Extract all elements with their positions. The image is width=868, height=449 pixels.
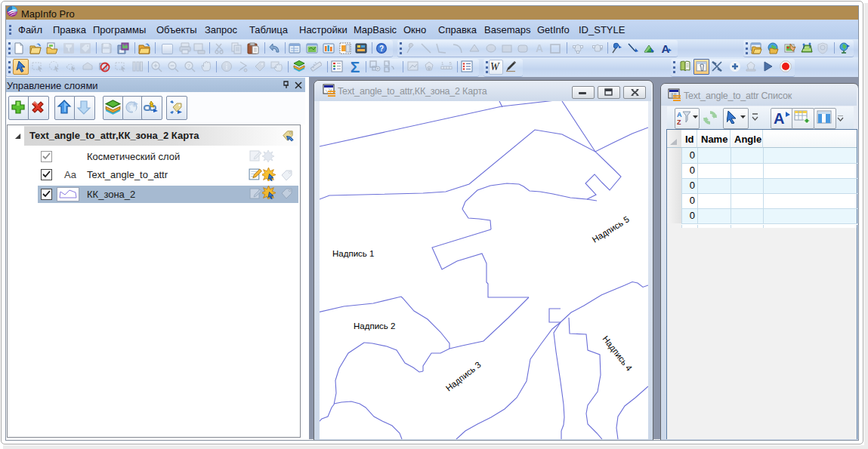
svg-text:5: 5 — [449, 60, 453, 66]
svg-text:1: 1 — [441, 60, 444, 66]
svg-text:A: A — [774, 110, 784, 126]
svg-text:A: A — [536, 42, 543, 54]
svg-text:Z: Z — [677, 118, 681, 125]
svg-text:?: ? — [379, 45, 384, 53]
svg-text:?: ? — [187, 63, 190, 69]
svg-text:A: A — [662, 42, 670, 54]
svg-text:A: A — [677, 111, 682, 118]
svg-text:Надпись 2: Надпись 2 — [354, 321, 395, 331]
svg-text:Надпись 5: Надпись 5 — [591, 214, 631, 244]
svg-text:Надпись 3: Надпись 3 — [444, 360, 483, 393]
svg-text:Надпись 4: Надпись 4 — [601, 334, 634, 374]
svg-text:Надпись 1: Надпись 1 — [332, 249, 374, 258]
svg-text:Σ: Σ — [351, 58, 360, 75]
